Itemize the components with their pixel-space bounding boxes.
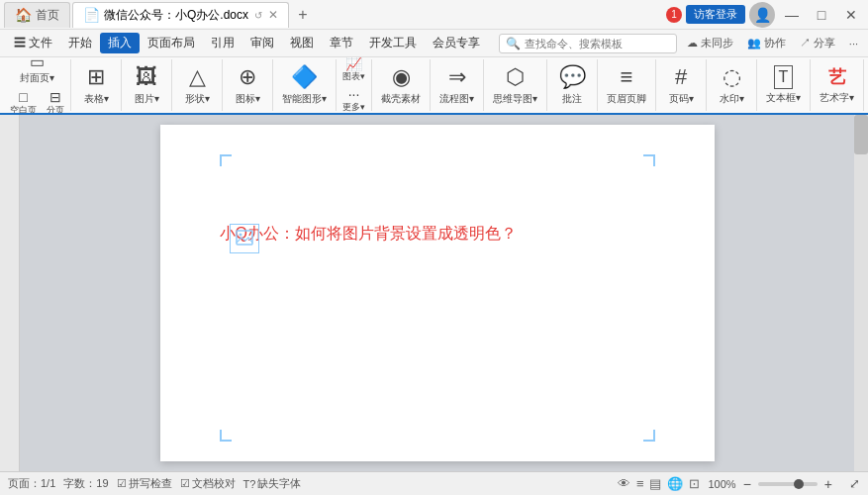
zoom-slider[interactable] [758,482,818,486]
picture-button[interactable]: 🖼 图片▾ [125,61,168,109]
shape-button[interactable]: △ 形状▾ [175,61,219,109]
toolbar-group-arttext: 艺 艺术字▾ [811,59,864,111]
menu-vip[interactable]: 会员专享 [425,33,488,53]
watermark-icon: ◌ [723,64,741,90]
tab-document-label: 微信公众号：小Q办公.docx [104,7,248,24]
tab-home-label: 首页 [36,7,59,24]
screenshot-button[interactable]: ◉ 截壳素材 [375,61,427,109]
blank-page-button[interactable]: □ 空白页 [7,89,40,115]
cover-icon: ▭ [30,57,45,70]
doc-check-item[interactable]: ☑ 文档校对 [180,476,236,491]
picture-icon: 🖼 [136,64,157,90]
view-read-icon[interactable]: ▤ [649,476,661,491]
mindmap-icon: ⬡ [506,64,525,90]
toolbar-group-headerfooter: ≡ 页眉页脚 [598,59,656,111]
menu-insert[interactable]: 插入 [100,33,140,53]
toolbar-group-watermark: ◌ 水印▾ [707,59,757,111]
font-icon: T? [243,478,256,490]
svg-point-1 [239,234,241,237]
share-button[interactable]: ↗ 分享 [796,34,839,52]
more-insert-button[interactable]: ··· 更多▾ [339,86,368,115]
arttext-button[interactable]: 艺 艺术字▾ [814,61,860,109]
pagenum-button[interactable]: # 页码▾ [659,61,703,109]
view-normal-icon[interactable]: ≡ [636,476,644,491]
eye-icon: 👁 [618,476,630,491]
cover-page-button[interactable]: ▭ 封面页▾ [16,57,58,87]
status-icons: 👁 ≡ ▤ 🌐 ⊡ [618,476,701,491]
menu-reference[interactable]: 引用 [203,33,242,53]
corner-mark-topright [643,154,655,166]
smart-shape-button[interactable]: 🔷 智能图形▾ [276,61,333,109]
watermark-button[interactable]: ◌ 水印▾ [710,61,753,109]
table-icon: ⊞ [87,64,105,90]
layout-icon[interactable]: ⊡ [689,476,700,491]
headerfooter-icon: ≡ [621,64,633,90]
minimize-button[interactable]: — [779,4,805,26]
zoom-out-button[interactable]: − [740,476,754,492]
user-avatar[interactable]: 👤 [749,2,775,28]
chart-icon: 📈 [345,57,362,70]
sync-button[interactable]: ☁ 未同步 [683,34,737,52]
titlebar-right-buttons: 1 访客登录 👤 — □ ✕ [666,2,864,28]
menu-review[interactable]: 审阅 [242,33,282,53]
menu-layout[interactable]: 页面布局 [140,33,203,53]
maximize-button[interactable]: □ [809,4,834,26]
document-area: 小Q办公：如何将图片背景设置成透明色？ [0,115,868,471]
globe-icon[interactable]: 🌐 [667,476,683,491]
document-title: 小Q办公：如何将图片背景设置成透明色？ [220,224,655,245]
doc-icon: 📄 [83,7,100,23]
menu-chapter[interactable]: 章节 [322,33,361,53]
tab-close-icon[interactable]: ✕ [268,8,278,22]
toolbar-group-mindmap: ⬡ 思维导图▾ [484,59,547,111]
toolbar-group-shape: △ 形状▾ [172,59,223,111]
close-button[interactable]: ✕ [838,4,864,26]
zoom-slider-thumb[interactable] [794,479,804,489]
scroll-thumb[interactable] [854,115,868,154]
search-icon: 🔍 [506,37,521,50]
missing-font-label: 缺失字体 [257,476,301,491]
menu-home[interactable]: 开始 [60,33,100,53]
pagebreak-icon: ⊟ [49,90,61,104]
arttext-icon: 艺 [828,65,846,89]
headerfooter-button[interactable]: ≡ 页眉页脚 [601,61,652,109]
expand-button[interactable]: ⤢ [849,476,860,491]
toolbar-group-date: 📅 日期▾ [864,59,868,111]
tab-refresh-icon[interactable]: ↺ [254,10,262,21]
doc-image-placeholder [230,224,259,253]
flowchart-button[interactable]: ⇒ 流程图▾ [434,61,480,109]
spell-check-item[interactable]: ☑ 拼写检查 [117,476,172,491]
document-scroll[interactable]: 小Q办公：如何将图片背景设置成透明色？ [20,115,854,471]
svg-rect-0 [237,231,252,245]
zoom-value: 100% [708,478,735,490]
page-break-button[interactable]: ⊟ 分页 [44,89,67,115]
zoom-area: 100% − + [708,476,835,492]
comment-button[interactable]: 💬 批注 [550,61,594,109]
missing-font-item[interactable]: T? 缺失字体 [243,476,302,491]
zoom-in-button[interactable]: + [821,476,835,492]
collab-button[interactable]: 👥 协作 [743,34,790,52]
corner-mark-topleft [220,154,232,166]
more-menu-button[interactable]: ··· [845,36,862,51]
menu-file[interactable]: ☰ 文件 [6,33,60,53]
search-input[interactable] [525,38,653,50]
icons-button[interactable]: ⊕ 图标▾ [226,61,269,109]
search-area: 🔍 [499,34,677,53]
mindmap-button[interactable]: ⬡ 思维导图▾ [487,61,543,109]
notification-badge: 1 [666,7,682,23]
tab-document[interactable]: 📄 微信公众号：小Q办公.docx ↺ ✕ [72,2,289,28]
tab-add-button[interactable]: + [291,3,315,27]
textbox-button[interactable]: T 文本框▾ [760,61,807,109]
scrollbar[interactable] [854,115,868,471]
smartshape-icon: 🔷 [291,64,318,90]
menu-devtools[interactable]: 开发工具 [361,33,425,53]
table-button[interactable]: ⊞ 表格▾ [74,61,118,109]
login-button[interactable]: 访客登录 [686,5,745,24]
toolbar-group-comment: 💬 批注 [547,59,598,111]
chart-button[interactable]: 📈 图表▾ [339,57,368,84]
page-info: 页面：1/1 [8,476,55,491]
toolbar-group-pages: ▭ 封面页▾ □ 空白页 ⊟ 分页 [4,59,71,111]
menu-view[interactable]: 视图 [282,33,322,53]
corner-mark-bottomleft [220,430,232,442]
tab-home[interactable]: 🏠 首页 [4,2,70,28]
word-count: 字数：19 [63,476,108,491]
